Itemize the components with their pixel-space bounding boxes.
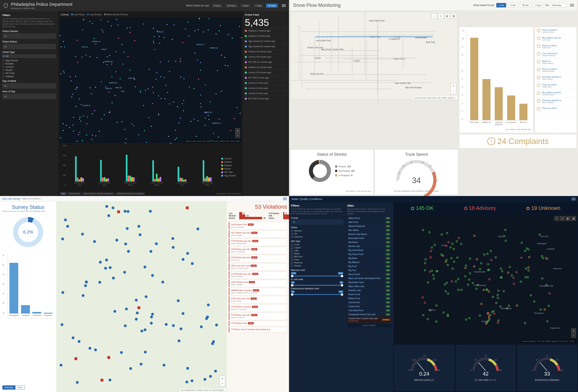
violation-item[interactable]: #516:Lines over roadActiveNotes: Contact… (229, 263, 287, 271)
type-checkbox[interactable]: Reservoir (291, 261, 343, 264)
zoom-in-button[interactable]: + (235, 128, 240, 133)
tab-poles[interactable]: Poles (15, 385, 25, 390)
complaint-item[interactable]: !Plow my streetMamata Mother (535, 66, 577, 74)
truck-select[interactable]: All trucks (550, 3, 566, 7)
crime-type-radio[interactable]: MV Theft (2, 72, 56, 75)
zoom-in-button[interactable]: + (571, 328, 576, 333)
violation-item[interactable]: #1207:Broken PoleActiveNotes: replace (229, 280, 287, 287)
complaint-item[interactable]: !Driveway plowed inMatt Jackson (535, 74, 577, 82)
crime-map[interactable]: NWPD-14NWPD-35NEPD-2NEPD-15NWPD-39NWPD-9… (60, 18, 241, 143)
layers-icon[interactable]: ◧ (444, 13, 450, 19)
feed-item[interactable]: Robbery (29 minutes ago) (245, 49, 287, 54)
status-checkbox[interactable]: Advisory (291, 229, 343, 232)
status-checkbox[interactable]: Unknown (291, 235, 343, 238)
water-map[interactable]: BaltimoreWashingtonAnnapolisDoverVinelan… (394, 215, 577, 343)
complaint-item[interactable]: !Black iceCarol Anthony (535, 58, 577, 66)
violation-item[interactable]: #7070:Broken guy wireActiveNotes: Repair… (229, 239, 287, 246)
home-icon[interactable]: ⌂ (432, 13, 437, 19)
basemap-icon[interactable]: ▦ (571, 216, 576, 221)
menu-icon[interactable] (282, 4, 286, 7)
menu-icon[interactable] (572, 198, 576, 200)
violation-item[interactable]: #769:Lines over roadActiveNotes: Move (229, 296, 287, 304)
complaint-item[interactable]: !Plow my streetRalf Mono (535, 43, 577, 50)
site-item[interactable]: Atkisson ReservoirOK (347, 224, 391, 228)
complaint-bar[interactable]: Black ice (519, 104, 528, 120)
pill-3d[interactable]: 3 days (240, 4, 251, 8)
feed-item[interactable]: MV Theft (1 hours ago) (245, 75, 287, 80)
basemap-icon[interactable]: ▦ (451, 13, 456, 19)
complaint-bar[interactable]: Mailbox hit (482, 79, 490, 120)
violation-item[interactable]: #220:Broken guy wireActiveNotes: yes (229, 255, 287, 262)
tab-overview[interactable]: Overview (2, 385, 15, 390)
crime-type-radio[interactable]: Murder (2, 68, 56, 72)
complaint-item[interactable]: !Plow my streetLindsey Carter (535, 27, 577, 35)
violation-item[interactable]: #758:Broken crossarmActiveNotes: Fix cro… (229, 304, 287, 312)
site-item[interactable]: Bare MarshOK (347, 228, 391, 232)
site-item[interactable]: Biscoe PondOK (347, 272, 391, 276)
plow-map[interactable]: Truck3Truck8Truck9Pebble Glen ParkFalcon… (290, 12, 458, 100)
site-item[interactable]: Brewer PondOK (347, 293, 391, 297)
site-item[interactable]: Big Creek MarshOK (347, 248, 391, 252)
menu-icon[interactable] (283, 198, 287, 200)
feed-item[interactable]: Robbery (51 minutes ago) (245, 65, 287, 70)
crime-type-radio[interactable]: All (2, 54, 56, 58)
status-checkbox[interactable]: OK (291, 232, 343, 235)
feed-item[interactable]: Larceny (29 minutes ago) (245, 54, 287, 59)
site-item[interactable]: Chesapeake Ranch Club LakeOK (347, 312, 391, 317)
zoom-out-button[interactable]: − (451, 89, 456, 94)
violation-item[interactable]: #441:Broken PoleActiveNotes: New pole (229, 222, 287, 229)
feed-item[interactable]: Agg. Assault (11 minutes ago) (245, 39, 287, 44)
site-item[interactable]: Black and Decker Stormwater PondOK (347, 276, 391, 280)
entero-slider[interactable] (291, 294, 343, 295)
complaint-item[interactable]: !Plow my street (535, 105, 577, 112)
feed-item[interactable]: Larceny (1 hours ago) (245, 86, 287, 91)
tab-compare1[interactable]: Last 14 and 15 - 28 Day Comparison (82, 192, 115, 195)
site-item[interactable]: Carroll PondOK (347, 301, 391, 305)
hod-select[interactable]: All (2, 94, 56, 99)
site-item[interactable]: Blackwater PondOK (347, 280, 391, 284)
feed-item[interactable]: MV Theft (37 minutes ago) (245, 59, 287, 65)
site-item[interactable]: Chase PondOK (347, 305, 391, 308)
pill-28d[interactable]: 28 days (266, 4, 278, 8)
site-item[interactable]: Bell MarshOK (347, 240, 391, 244)
violation-item[interactable]: #6688:Broken crossarmActiveNotes: Replac… (229, 288, 287, 295)
pill-24h[interactable]: 24 hours (225, 4, 238, 8)
site-item[interactable]: Blairs Valley LakeOK (347, 284, 391, 289)
feed-item[interactable]: MV Theft (2 hours ago) (245, 96, 287, 101)
complaints-list[interactable]: !Plow my streetLindsey Carter!My mailbox… (535, 27, 577, 133)
crime-type-radio[interactable]: Robbery (2, 75, 56, 78)
complaint-bar[interactable]: Plow street (470, 38, 478, 120)
crime-type-radio[interactable]: Agg. Assault (2, 59, 56, 62)
crime-type-radio[interactable]: Larceny (2, 65, 56, 68)
home-icon[interactable]: ⌂ (554, 216, 559, 221)
violation-item[interactable]: #527:Broken guy wireActiveNotes: Repair (229, 230, 287, 238)
site-item[interactable]: Beards Creek MarshOK (347, 232, 391, 236)
legend-icon[interactable]: ≡ (438, 13, 443, 19)
site-item[interactable]: Cherryfield PondOK (347, 308, 391, 312)
type-checkbox[interactable]: Lake (291, 249, 343, 252)
ecoli-slider[interactable] (291, 285, 343, 286)
dow-select[interactable]: All (2, 83, 56, 88)
site-item[interactable]: Beverly LakeOK (347, 244, 391, 248)
pill-30min[interactable]: 30 min (520, 3, 531, 7)
site-item[interactable]: Big PondOK (347, 264, 391, 268)
type-checkbox[interactable]: Marsh (291, 252, 343, 255)
feed-item[interactable]: Larceny (1 hours ago) (245, 80, 287, 86)
district-select[interactable]: All (2, 44, 56, 49)
violation-item[interactable]: #705:Broken guy wireActiveNotes: GFnDHd (229, 312, 287, 320)
feed-item[interactable]: Larceny (55 minutes ago) (245, 70, 287, 75)
crime-type-radio[interactable]: Burglary (2, 62, 56, 65)
site-item[interactable]: Big MillpondOK (347, 261, 391, 264)
pill-5min[interactable]: 5 min (508, 3, 518, 7)
pill-1hour[interactable]: 1 hour (533, 3, 544, 7)
site-item[interactable]: Adkins PondOK (347, 216, 391, 220)
zoom-out-button[interactable]: − (220, 381, 225, 386)
pill-7d[interactable]: 7 days (253, 4, 264, 8)
complaint-item[interactable]: !Driveway plowed inAlexis Harrison (535, 97, 577, 105)
tab-compare2[interactable]: Property and Violent Comparison (115, 192, 145, 195)
pill-3h[interactable]: 3 hours (211, 4, 223, 8)
violation-item[interactable]: #1702:Broken guy wireActiveNotes: Reaper (229, 271, 287, 279)
site-item[interactable]: Bramble LakeOK (347, 289, 391, 293)
division-select[interactable]: All (2, 34, 56, 39)
complaint-item[interactable]: !Plow my streetTeddie Solo (535, 82, 577, 90)
